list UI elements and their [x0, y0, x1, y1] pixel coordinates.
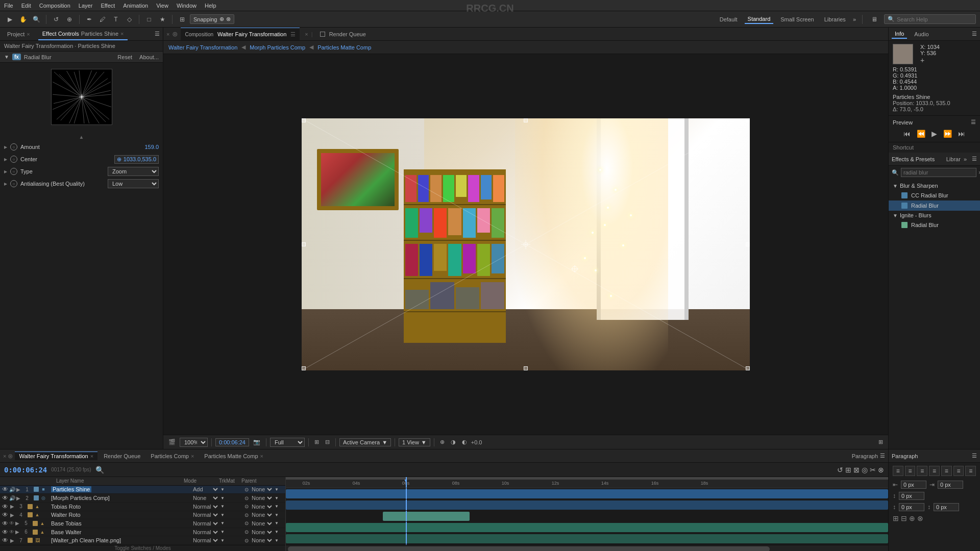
tab-audio[interactable]: Audio	[911, 30, 932, 38]
category-blur-sharpen[interactable]: ▼ Blur & Sharpen	[889, 181, 980, 190]
paint-tool[interactable]: 🖊	[97, 14, 108, 25]
vp-render-icon[interactable]: 🎬	[166, 438, 178, 446]
handle-topleft[interactable]	[302, 118, 306, 122]
vp-grid-icon[interactable]: ⊞	[312, 438, 321, 446]
fx-expand[interactable]: ▼	[4, 54, 9, 60]
l2-parent-select[interactable]: None	[250, 494, 274, 502]
l7-mode-select[interactable]: Normal	[191, 537, 219, 544]
prev-last[interactable]: ⏭	[956, 129, 967, 139]
handle-bottomright[interactable]	[746, 366, 750, 370]
tl-tab-matte[interactable]: Particles Matte Comp ×	[200, 452, 267, 460]
para-align-left[interactable]: ≡	[893, 466, 903, 476]
l7-parent-select[interactable]: None	[250, 537, 274, 544]
handle-bottommid[interactable]	[524, 366, 528, 370]
l3-expand[interactable]: ▶	[10, 504, 14, 509]
star-tool[interactable]: ★	[157, 14, 168, 25]
effect-tab-close[interactable]: ×	[120, 31, 124, 37]
l4-parent-select[interactable]: None	[250, 511, 274, 518]
tl-btn-2[interactable]: ⊞	[845, 466, 851, 474]
amount-value[interactable]: 159.0	[144, 144, 159, 150]
para-menu[interactable]: ☰	[972, 453, 977, 459]
tl-close[interactable]: ×	[3, 453, 6, 459]
breadcrumb-wft[interactable]: Walter Fairy Transformation	[168, 44, 237, 51]
layer-row-5[interactable]: 👁 👁 ▶ 5 ▲ Base Tobias Normal ▼	[0, 519, 285, 528]
center-value-box[interactable]: ⊕ 1033.0,535.0	[114, 155, 159, 164]
menu-animation[interactable]: Animation	[123, 3, 148, 9]
effects-more[interactable]: »	[964, 156, 967, 162]
workspace-small[interactable]: Small Screen	[777, 15, 817, 23]
search-timecode[interactable]: 🔍	[95, 466, 104, 474]
monitor-icon[interactable]: 🖥	[869, 14, 880, 25]
para-btn-1[interactable]: ⊞	[893, 514, 899, 522]
breadcrumb-mpc[interactable]: Morph Particles Comp	[250, 44, 305, 51]
timecode-display[interactable]: 0:00:06:24	[4, 466, 47, 474]
l7-expand[interactable]: ▶	[10, 538, 14, 543]
para-align-j3[interactable]: ≡	[953, 466, 964, 476]
l7-eye[interactable]: 👁	[2, 537, 8, 544]
type-dropdown[interactable]: Zoom Spin Faded Zoom	[108, 167, 159, 176]
layer-row-3[interactable]: 👁 ▶ 3 ▲ Tobias Roto Normal ▼	[0, 503, 285, 511]
l1-eye[interactable]: 👁	[2, 486, 8, 493]
search-help-input[interactable]	[897, 16, 968, 22]
para-align-right[interactable]: ≡	[917, 466, 927, 476]
eraser-tool[interactable]: ◇	[124, 14, 135, 25]
tl-tab-wft[interactable]: Walter Fairy Transformation ×	[15, 452, 97, 460]
vp-3d-icon[interactable]: ⊕	[438, 438, 447, 446]
search-help[interactable]: 🔍	[884, 14, 976, 24]
prev-back[interactable]: ⏪	[915, 129, 927, 139]
viewport-canvas[interactable]	[302, 118, 750, 370]
tl-btn-1[interactable]: ↺	[837, 466, 843, 474]
text-tool[interactable]: T	[110, 14, 121, 25]
scrollbar-thumb[interactable]	[288, 546, 770, 551]
prev-play[interactable]: ▶	[929, 129, 939, 139]
l5-expand[interactable]: ▶	[15, 520, 19, 526]
tl-tab-render[interactable]: Render Queue	[100, 452, 144, 460]
vp-camera-select[interactable]: Active Camera ▼	[339, 438, 391, 446]
tl-btn-5[interactable]: ✂	[870, 466, 876, 474]
vp-overlay-icon[interactable]: ⊟	[323, 438, 332, 446]
vp-camera-icon[interactable]: 📷	[251, 438, 262, 446]
menu-layer[interactable]: Layer	[79, 3, 93, 9]
para-align-j2[interactable]: ≡	[941, 466, 952, 476]
para-btn-3[interactable]: ⊕	[909, 514, 915, 522]
tab-effect-controls[interactable]: Effect Controls Particles Shine ×	[38, 28, 128, 40]
track-tool[interactable]: ⊞	[177, 14, 188, 25]
handle-topmid[interactable]	[524, 118, 528, 122]
workspace-default[interactable]: Default	[717, 15, 741, 23]
fx-reset-btn[interactable]: Reset	[117, 54, 132, 60]
prev-forward[interactable]: ⏩	[941, 129, 954, 139]
para-indent-1[interactable]	[901, 481, 926, 489]
tl-matte-close[interactable]: ×	[260, 453, 263, 459]
amount-expand[interactable]: ▶	[4, 145, 7, 149]
paragraph-menu[interactable]: ☰	[880, 453, 885, 459]
workspace-standard[interactable]: Standard	[745, 15, 774, 24]
effects-search-input[interactable]	[901, 168, 976, 177]
rotate-tool[interactable]: ↺	[51, 14, 62, 25]
handle-bottomleft[interactable]	[302, 366, 306, 370]
l1-parent-select[interactable]: None	[250, 486, 274, 493]
type-expand[interactable]: ▶	[4, 169, 7, 174]
tl-btn-4[interactable]: ◎	[862, 466, 868, 474]
l1-expand[interactable]: ▶	[16, 487, 20, 492]
menu-help[interactable]: Help	[205, 3, 216, 9]
vp-zoom-select[interactable]: 100% 50% 200%	[180, 438, 208, 447]
para-space-2[interactable]	[899, 503, 924, 511]
layer-row-2[interactable]: 👁 🔊 ▶ 2 ◎ [Morph Particles Comp] None No…	[0, 494, 285, 503]
l5-mode-select[interactable]: Normal	[191, 520, 219, 527]
l6-parent-select[interactable]: None	[250, 529, 274, 536]
timeline-playhead[interactable]	[406, 477, 407, 488]
layer-row-1[interactable]: 👁 🔊 ▶ 1 ■ Particles Shine Add	[0, 486, 285, 494]
l1-mode-select[interactable]: Add Normal	[191, 486, 219, 493]
tab-project[interactable]: Project ×	[3, 28, 34, 40]
menu-effect[interactable]: Effect	[101, 3, 115, 9]
effect-radial-blur[interactable]: Radial Blur	[889, 201, 980, 211]
center-value[interactable]: 1033.0,535.0	[124, 156, 156, 162]
center-expand[interactable]: ▶	[4, 157, 7, 162]
para-align-justify[interactable]: ≡	[929, 466, 940, 476]
tl-btn-3[interactable]: ⊠	[853, 466, 860, 474]
zoom-tool[interactable]: 🔍	[31, 14, 42, 25]
amount-icon[interactable]: ○	[10, 143, 17, 151]
l3-mode-select[interactable]: Normal	[191, 503, 219, 510]
para-btn-2[interactable]: ⊟	[901, 514, 907, 522]
track-bar-3[interactable]	[383, 512, 470, 521]
